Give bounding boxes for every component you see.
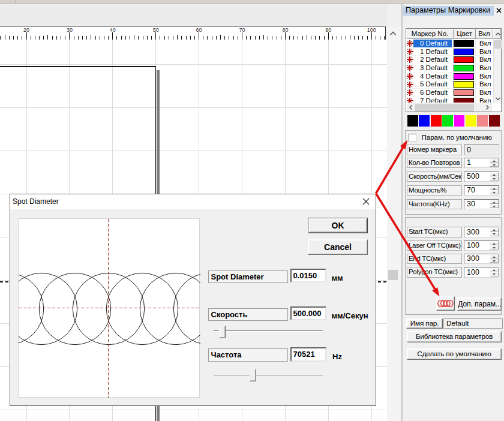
svg-text:100: 100 (367, 26, 376, 32)
svg-text:30: 30 (67, 26, 73, 32)
svg-text:20: 20 (23, 26, 29, 32)
svg-text:70: 70 (239, 26, 245, 32)
svg-text:40: 40 (110, 26, 116, 32)
svg-text:60: 60 (196, 26, 202, 32)
svg-text:50: 50 (153, 26, 159, 32)
svg-text:90: 90 (325, 26, 331, 32)
svg-text:80: 80 (282, 26, 288, 32)
